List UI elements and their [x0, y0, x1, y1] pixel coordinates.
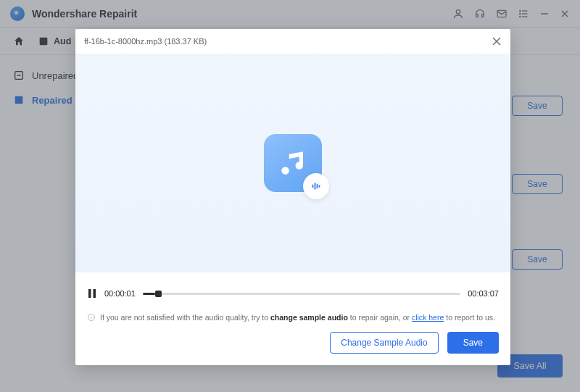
seek-fill — [143, 293, 156, 295]
quality-note: If you are not satisfied with the audio … — [75, 309, 510, 322]
waveform-icon — [303, 173, 329, 199]
pause-button[interactable] — [87, 288, 97, 299]
preview-area — [75, 54, 510, 272]
report-link[interactable]: click here — [412, 313, 444, 322]
seek-track[interactable] — [143, 293, 460, 295]
preview-modal: ff-16b-1c-8000hz.mp3 (183.37 KB) 00:00:0… — [75, 29, 510, 365]
modal-header: ff-16b-1c-8000hz.mp3 (183.37 KB) — [75, 29, 510, 54]
svg-rect-21 — [94, 289, 96, 298]
music-note-icon — [264, 134, 322, 192]
total-time: 00:03:07 — [468, 289, 499, 298]
modal-filename: ff-16b-1c-8000hz.mp3 (183.37 KB) — [84, 37, 207, 46]
note-text-bold: change sample audio — [270, 313, 348, 322]
change-sample-button[interactable]: Change Sample Audio — [330, 332, 438, 354]
modal-save-button[interactable]: Save — [447, 332, 499, 354]
seek-thumb[interactable] — [155, 291, 162, 297]
note-text-pre: If you are not satisfied with the audio … — [100, 313, 270, 322]
note-text-mid: to repair again, or — [348, 313, 412, 322]
info-icon — [87, 313, 96, 322]
audio-player: 00:00:01 00:03:07 — [75, 272, 510, 309]
note-text-post: to report to us. — [444, 313, 495, 322]
current-time: 00:00:01 — [104, 289, 136, 298]
close-icon[interactable] — [492, 36, 502, 46]
svg-rect-20 — [88, 289, 91, 298]
modal-actions: Change Sample Audio Save — [75, 322, 510, 365]
